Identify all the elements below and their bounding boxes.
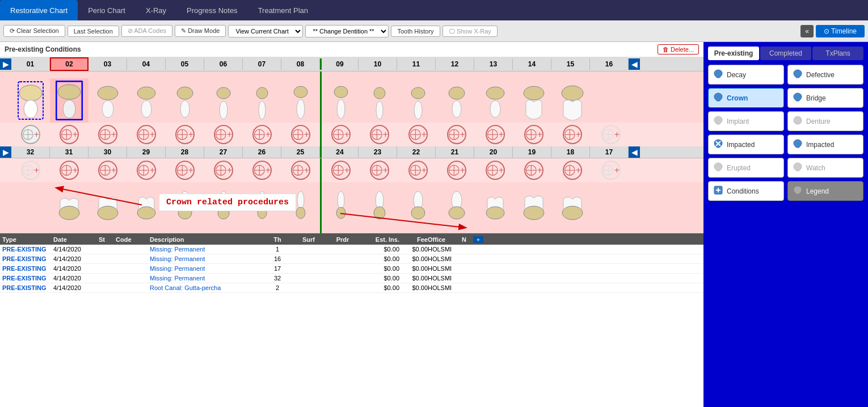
- tab-treatment-plan[interactable]: Treatment Plan: [248, 0, 318, 20]
- table-row[interactable]: PRE-EXISTING 4/14/2020 Missing: Permanen…: [0, 264, 703, 274]
- tooth-26[interactable]: 26: [243, 146, 281, 158]
- show-xray-button[interactable]: 🖵 Show X-Ray: [443, 26, 498, 37]
- tooth-cell-05[interactable]: [166, 78, 204, 123]
- tooth-cell-14[interactable]: [515, 78, 553, 123]
- lower-tooth-cell-30[interactable]: [89, 182, 127, 226]
- tooth-cell-10[interactable]: [360, 78, 399, 123]
- lower-tooth-cell-29[interactable]: [127, 182, 166, 226]
- circle-cell-06[interactable]: [204, 125, 243, 144]
- circle-cell-03[interactable]: [89, 125, 127, 144]
- tooth-29[interactable]: 29: [127, 146, 166, 158]
- lower-tooth-cell-31[interactable]: [50, 182, 89, 226]
- tooth-16[interactable]: 16: [590, 58, 629, 70]
- condition-crown[interactable]: Crown: [708, 88, 784, 108]
- tooth-cell-15[interactable]: [553, 78, 592, 123]
- tooth-cell-04[interactable]: [127, 78, 166, 123]
- circle-cell-11[interactable]: [399, 125, 437, 144]
- lower-tooth-cell-19[interactable]: [515, 182, 553, 226]
- condition-denture[interactable]: Denture: [787, 111, 863, 131]
- tooth-01[interactable]: 01: [11, 58, 50, 70]
- condition-legend[interactable]: Legend: [787, 181, 863, 201]
- table-row[interactable]: PRE-EXISTING 4/14/2020 Root Canal: Gutta…: [0, 283, 703, 293]
- tooth-18[interactable]: 18: [551, 146, 590, 158]
- tooth-08[interactable]: 08: [281, 58, 320, 70]
- tooth-cell-16[interactable]: [592, 83, 630, 123]
- condition-decay[interactable]: Decay: [708, 65, 784, 85]
- circle-cell-01[interactable]: [11, 125, 50, 144]
- back-button[interactable]: «: [800, 25, 814, 37]
- lower-circle-28[interactable]: [166, 161, 204, 180]
- tooth-cell-03[interactable]: [89, 78, 127, 123]
- tooth-cell-08[interactable]: [281, 78, 320, 123]
- ada-codes-button[interactable]: ⊘ ADA Codes: [121, 25, 172, 37]
- last-selection-button[interactable]: Last Selection: [68, 26, 119, 37]
- lower-circle-23[interactable]: [360, 161, 399, 180]
- table-row[interactable]: PRE-EXISTING 4/14/2020 Missing: Permanen…: [0, 245, 703, 254]
- tooth-22[interactable]: 22: [397, 146, 436, 158]
- view-chart-select[interactable]: View Current Chart: [228, 25, 303, 37]
- tooth-23[interactable]: 23: [359, 146, 397, 158]
- tooth-32[interactable]: 32: [11, 146, 50, 158]
- lower-tooth-cell-21[interactable]: [437, 182, 476, 226]
- tooth-14[interactable]: 14: [513, 58, 551, 70]
- tooth-02[interactable]: 02: [50, 57, 89, 71]
- table-row[interactable]: PRE-EXISTING 4/14/2020 Missing: Permanen…: [0, 254, 703, 264]
- lower-circle-30[interactable]: [89, 161, 127, 180]
- circle-cell-07[interactable]: [243, 125, 281, 144]
- tooth-cell-11[interactable]: [399, 78, 437, 123]
- condition-impacted[interactable]: Impacted: [787, 135, 863, 154]
- circle-cell-02[interactable]: [50, 125, 89, 144]
- tooth-04[interactable]: 04: [127, 58, 166, 70]
- lower-tooth-cell-22[interactable]: [399, 182, 437, 226]
- change-dentition-select[interactable]: ** Change Dentition **: [305, 25, 389, 37]
- lower-circle-24[interactable]: [322, 161, 360, 180]
- circle-cell-08[interactable]: [281, 125, 320, 144]
- condition-watch[interactable]: Watch: [787, 158, 863, 178]
- circle-cell-14[interactable]: [515, 125, 553, 144]
- tooth-20[interactable]: 20: [474, 146, 513, 158]
- tooth-31[interactable]: 31: [50, 146, 89, 158]
- lower-circle-27[interactable]: [204, 161, 243, 180]
- lower-nav-left[interactable]: ▶: [0, 146, 11, 158]
- tooth-cell-09[interactable]: [322, 78, 360, 123]
- lower-circle-20[interactable]: [476, 161, 515, 180]
- tooth-12[interactable]: 12: [436, 58, 474, 70]
- delete-button[interactable]: 🗑 Delete...: [658, 44, 699, 54]
- tab-completed[interactable]: Completed: [760, 47, 811, 60]
- lower-circle-26[interactable]: [243, 161, 281, 180]
- table-scroll-btn[interactable]: +: [473, 236, 483, 243]
- condition-bridge[interactable]: Bridge: [787, 88, 863, 108]
- lower-tooth-cell-20[interactable]: [476, 182, 515, 226]
- lower-tooth-cell-25[interactable]: [281, 182, 320, 226]
- circle-cell-10[interactable]: [360, 125, 399, 144]
- tooth-25[interactable]: 25: [281, 146, 320, 158]
- circle-cell-09[interactable]: [322, 125, 360, 144]
- lower-circle-22[interactable]: [399, 161, 437, 180]
- tooth-cell-12[interactable]: [437, 78, 476, 123]
- condition-conditions[interactable]: Conditions: [708, 181, 784, 201]
- condition-erupted[interactable]: Erupted: [708, 158, 784, 178]
- tooth-28[interactable]: 28: [166, 146, 204, 158]
- tooth-cell-02[interactable]: [50, 78, 89, 123]
- lower-circle-18[interactable]: [553, 161, 592, 180]
- tooth-15[interactable]: 15: [551, 58, 590, 70]
- circle-cell-04[interactable]: [127, 125, 166, 144]
- lower-tooth-cell-23[interactable]: [360, 182, 399, 226]
- tooth-03[interactable]: 03: [89, 58, 127, 70]
- tab-txplans[interactable]: TxPlans: [812, 47, 863, 60]
- tooth-cell-01[interactable]: [11, 78, 50, 123]
- lower-tooth-cell-26[interactable]: [243, 182, 281, 226]
- tab-progress-notes[interactable]: Progress Notes: [176, 0, 248, 20]
- tooth-27[interactable]: 27: [204, 146, 243, 158]
- lower-circle-25[interactable]: [281, 161, 320, 180]
- lower-tooth-cell-24[interactable]: [322, 182, 360, 226]
- lower-tooth-cell-17[interactable]: [592, 182, 630, 222]
- tooth-cell-13[interactable]: [476, 78, 515, 123]
- lower-circle-32[interactable]: [11, 161, 50, 180]
- tooth-cell-07[interactable]: [243, 78, 281, 123]
- clear-selection-button[interactable]: ⟳ Clear Selection: [3, 25, 65, 37]
- tooth-17[interactable]: 17: [590, 146, 629, 158]
- lower-circle-19[interactable]: [515, 161, 553, 180]
- upper-nav-right[interactable]: ◀: [629, 58, 640, 70]
- tooth-history-button[interactable]: Tooth History: [391, 26, 440, 37]
